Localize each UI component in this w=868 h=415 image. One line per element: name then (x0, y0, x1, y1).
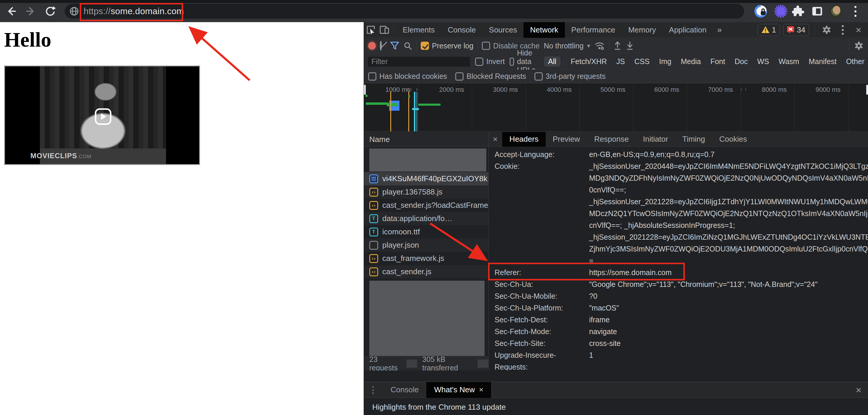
filter-toggle-button[interactable] (390, 42, 399, 50)
devtools-tabs: ElementsConsoleSourcesNetworkPerformance… (396, 22, 713, 38)
name-column-header[interactable]: Name (364, 132, 488, 147)
request-row[interactable]: data:application/fo… (364, 212, 488, 225)
warning-icon (761, 26, 770, 34)
scrollbar-thumb[interactable] (364, 85, 366, 95)
throttling-select[interactable]: No throttling ▾ (544, 42, 590, 50)
forward-button[interactable] (24, 4, 38, 18)
record-button[interactable] (368, 42, 376, 49)
has-blocked-cookies-toggle[interactable]: Has blocked cookies (368, 72, 447, 80)
request-row[interactable]: player.json (364, 239, 488, 252)
filter-type-other[interactable]: Other (842, 56, 868, 67)
starburst-extension-button[interactable] (773, 4, 788, 19)
referer-highlight-box (488, 263, 685, 280)
search-button[interactable] (403, 41, 412, 50)
detail-tab-cookies[interactable]: Cookies (712, 132, 754, 147)
filter-type-fetch-xhr[interactable]: Fetch/XHR (567, 56, 611, 67)
extensions-button[interactable] (791, 4, 806, 19)
drawer-tab-label: What's New (434, 385, 475, 394)
filter-type-font[interactable]: Font (706, 56, 729, 67)
back-button[interactable] (4, 4, 18, 18)
side-panel-icon (811, 5, 823, 17)
devtools-tab-elements[interactable]: Elements (396, 22, 441, 38)
reload-button[interactable] (43, 4, 57, 18)
divider (416, 41, 416, 51)
devtools-settings-button[interactable] (820, 23, 833, 36)
devtools-tab-application[interactable]: Application (662, 22, 713, 38)
network-options-row: Has blocked cookiesBlocked Requests3rd-p… (364, 70, 868, 83)
device-toolbar-button[interactable] (378, 24, 391, 36)
blocked-requests-toggle[interactable]: Blocked Requests (455, 72, 526, 80)
filter-input[interactable] (368, 56, 470, 67)
detail-tab-headers[interactable]: Headers (502, 132, 546, 147)
json-file-icon (369, 241, 378, 250)
network-toolbar: Preserve log Disable cache No throttling… (364, 38, 868, 54)
profile-avatar[interactable] (829, 4, 843, 19)
filter-type-ws[interactable]: WS (753, 56, 773, 67)
header-key: Sec-Fetch-Dest: (489, 314, 589, 325)
back-icon (5, 5, 17, 17)
drawer-tab-console[interactable]: Console (383, 382, 426, 398)
js-file-icon (369, 201, 378, 210)
detail-tab-initiator[interactable]: Initiator (636, 132, 675, 147)
scrollbar-thumb[interactable] (866, 85, 868, 95)
devtools-close-button[interactable]: × (852, 23, 865, 36)
preserve-log-toggle[interactable]: Preserve log (421, 42, 473, 50)
export-har-button[interactable] (626, 41, 634, 50)
request-row[interactable]: icomoon.ttf (364, 225, 488, 239)
devtools-tab-memory[interactable]: Memory (622, 22, 662, 38)
password-extension-button[interactable] (753, 4, 768, 19)
devtools-tab-sources[interactable]: Sources (483, 22, 524, 38)
filter-type-manifest[interactable]: Manifest (804, 56, 840, 67)
browser-menu-button[interactable] (848, 4, 863, 19)
filter-type-all[interactable]: All (544, 56, 560, 67)
detail-tab-timing[interactable]: Timing (675, 132, 712, 147)
filter-type-doc[interactable]: Doc (731, 56, 752, 67)
filter-type-css[interactable]: CSS (630, 56, 653, 67)
font-file-icon (369, 228, 378, 236)
detail-close-button[interactable]: × (489, 135, 502, 144)
header-value: cross-site (589, 337, 868, 349)
request-name: cast_sender.js?loadCastFrame… (382, 201, 488, 210)
devtools-tabbar: ElementsConsoleSourcesNetworkPerformance… (364, 22, 868, 38)
request-row[interactable]: cast_sender.js (364, 265, 488, 278)
drawer-tab-what-s-new[interactable]: What's New× (426, 382, 491, 398)
3rd-party-requests-toggle[interactable]: 3rd-party requests (534, 72, 606, 80)
devtools-tab-network[interactable]: Network (524, 22, 565, 38)
more-tabs-button[interactable]: » (713, 25, 726, 35)
side-panel-button[interactable] (810, 4, 825, 19)
request-row[interactable]: vi4KSuM46fF40pEGX2uIOY8k (364, 172, 488, 185)
filter-type-wasm[interactable]: Wasm (774, 56, 803, 67)
header-key: Sec-Fetch-Site: (489, 337, 589, 349)
import-har-button[interactable] (613, 41, 622, 50)
filter-type-media[interactable]: Media (677, 56, 705, 67)
inspect-element-button[interactable] (364, 24, 378, 36)
devtools-tab-performance[interactable]: Performance (565, 22, 622, 38)
invert-toggle[interactable]: Invert (475, 57, 505, 66)
header-key: Sec-Ch-Ua-Mobile: (489, 290, 589, 302)
play-button[interactable] (95, 108, 112, 125)
request-row[interactable]: player.1367588.js (364, 185, 488, 199)
request-row[interactable]: cast_framework.js (364, 252, 488, 265)
devtools-tab-console[interactable]: Console (441, 22, 482, 38)
drawer-menu-button[interactable]: ⋮ (364, 385, 383, 395)
warnings-badge[interactable]: 1 (757, 24, 780, 36)
video-player[interactable]: MOVIECLIPS.COM (4, 66, 200, 165)
network-overview-timeline[interactable]: 1000 ms2000 ms3000 ms4000 ms5000 ms6000 … (364, 83, 868, 132)
network-conditions-button[interactable] (594, 41, 605, 50)
errors-badge[interactable]: 34 (783, 24, 809, 36)
header-key: Cookie: (489, 160, 589, 267)
divider (609, 41, 609, 51)
detail-tab-response[interactable]: Response (587, 132, 636, 147)
request-row[interactable]: cast_sender.js?loadCastFrame… (364, 199, 488, 212)
network-settings-button[interactable] (854, 41, 864, 51)
clear-button[interactable] (380, 42, 382, 50)
timeline-gray-mark (395, 88, 396, 91)
reload-icon (44, 5, 56, 17)
filter-type-js[interactable]: JS (612, 56, 629, 67)
close-icon[interactable]: × (479, 385, 483, 394)
timeline-dcl-line (408, 92, 409, 132)
filter-type-img[interactable]: Img (655, 56, 676, 67)
devtools-menu-button[interactable] (836, 23, 849, 36)
drawer-close-button[interactable]: × (856, 385, 868, 395)
detail-tab-preview[interactable]: Preview (546, 132, 587, 147)
